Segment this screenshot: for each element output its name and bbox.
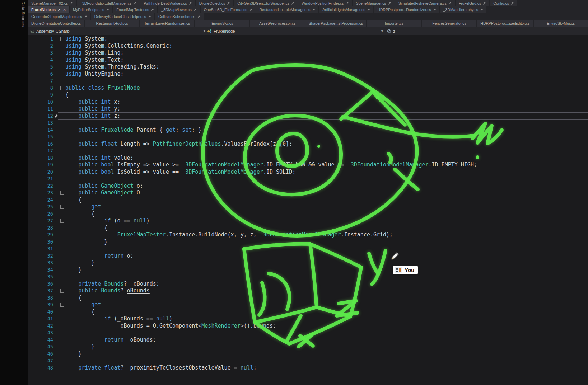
code-line-1[interactable]: 1-using System; bbox=[28, 36, 588, 43]
code-line-39[interactable]: 39- get bbox=[28, 301, 588, 309]
code-line-36[interactable]: 36 private Bounds? _oBounds; bbox=[28, 281, 588, 288]
file-tab-envirosky-cs[interactable]: EnviroSky.cs bbox=[195, 20, 249, 27]
file-tab--3dfoundatio-delmanager-cs[interactable]: _3DFoundatio...delManager.cs bbox=[77, 0, 140, 6]
code-line-17[interactable]: 17 bbox=[28, 147, 588, 155]
file-tab-config-cs[interactable]: Config.cs bbox=[490, 0, 517, 6]
code-line-44[interactable]: 44 return _oBounds; bbox=[28, 337, 588, 344]
code-line-5[interactable]: 5using System.Threading.Tasks; bbox=[28, 64, 588, 71]
file-tab-terrainlayerrandomizer-cs[interactable]: TerrainLayerRandomizer.cs bbox=[140, 20, 195, 27]
fold-toggle[interactable]: - bbox=[56, 36, 65, 43]
file-tab-restauranthook-cs[interactable]: RestaurantHook.cs bbox=[85, 20, 139, 27]
file-tab-scenemanager-02-cs[interactable]: SceneManager_02.cs bbox=[28, 0, 76, 6]
code-line-13[interactable]: 13 bbox=[28, 119, 588, 127]
code-line-23[interactable]: 23- public GameObject O bbox=[28, 189, 588, 197]
code-line-35[interactable]: 35 bbox=[28, 273, 588, 281]
code-line-14[interactable]: 14 public FruxelNode Parent { get; set; … bbox=[28, 127, 588, 134]
code-line-20[interactable]: 20 public bool IsSolid => value == _3DFo… bbox=[28, 169, 588, 176]
code-line-46[interactable]: 46 } bbox=[28, 351, 588, 358]
file-tab-onesec3d-fileformat-cs[interactable]: OneSec3D_FileFormat.cs bbox=[201, 6, 256, 13]
file-tab-fruxelmaptester-cs[interactable]: FruxelMapTester.cs bbox=[113, 6, 157, 13]
code-line-3[interactable]: 3using System.Linq; bbox=[28, 50, 588, 57]
tab-label: MyEditorScripts.cs bbox=[73, 8, 104, 12]
file-tab-fruxelnode-cs[interactable]: FruxelNode.cs× bbox=[28, 6, 69, 13]
code-line-43[interactable]: 43 bbox=[28, 329, 588, 337]
file-tab-enviroskymgr-cs[interactable]: EnviroSkyMgr.cs bbox=[534, 20, 588, 27]
fold-toggle[interactable]: - bbox=[56, 287, 65, 295]
chevron-down-icon[interactable]: ▼ bbox=[203, 27, 206, 35]
code-editor[interactable]: 1-using System;2using System.Collections… bbox=[28, 35, 588, 385]
class-icon bbox=[207, 29, 212, 33]
code-line-42[interactable]: 42 _oBounds = O.GetComponent<MeshRendere… bbox=[28, 323, 588, 330]
file-tab-pathfinderdepthvalues-cs[interactable]: PathfinderDepthValues.cs bbox=[140, 0, 195, 6]
file-tab-generator2exportmaptools-cs[interactable]: Generator2ExportMapTools.cs bbox=[28, 13, 90, 20]
code-line-27[interactable]: 27- if (o == null) bbox=[28, 217, 588, 225]
code-line-19[interactable]: 19 public bool IsEmpty => value >= _3DFo… bbox=[28, 161, 588, 169]
code-line-18[interactable]: 18 public int value; bbox=[28, 155, 588, 162]
file-tab-shaderpackage-stprocessor-cs[interactable]: ShaderPackage...stProcessor.cs bbox=[305, 20, 367, 27]
file-tab-artificiallightsmanager-cs[interactable]: ArtificialLightsManager.cs bbox=[319, 6, 373, 13]
code-line-6[interactable]: 6using UnityEngine; bbox=[28, 71, 588, 78]
type-dropdown[interactable]: FruxelNode bbox=[207, 27, 235, 35]
code-line-16[interactable]: 16 public float Length => PathfinderDept… bbox=[28, 141, 588, 148]
code-line-41[interactable]: 41 if (_oBounds == null) bbox=[28, 315, 588, 323]
line-number: 25 bbox=[28, 203, 56, 211]
file-tab-hdrppostproc-randomizer-cs[interactable]: HDRPPostproc...Randomizer.cs bbox=[374, 6, 439, 13]
file-tab-assetpreprocessor-cs[interactable]: AssetPreprocessor.cs bbox=[250, 20, 305, 27]
tab-label: EnviroSky.cs bbox=[211, 21, 233, 25]
code-line-24[interactable]: 24 { bbox=[28, 197, 588, 204]
code-line-31[interactable]: 31 bbox=[28, 245, 588, 253]
code-line-26[interactable]: 26 { bbox=[28, 211, 588, 218]
code-line-45[interactable]: 45 } bbox=[28, 343, 588, 351]
file-tab-simulatedfisheyecamera-cs[interactable]: SimulatedFisheyeCamera.cs bbox=[395, 0, 455, 6]
code-line-22[interactable]: 22 public GameObject o; bbox=[28, 183, 588, 190]
project-dropdown[interactable]: Assembly-CSharp bbox=[30, 27, 70, 35]
file-tab-myeditorscripts-cs[interactable]: MyEditorScripts.cs bbox=[70, 6, 112, 13]
file-tab-windowpositionfinder-cs[interactable]: WindowPositionFinder.cs bbox=[298, 0, 352, 6]
file-tab-citygen3dgen-torwrapper-cs[interactable]: CityGen3DGen...torWrapper.cs bbox=[234, 0, 298, 6]
code-line-48[interactable]: 48 private float? _proximityToClosestObs… bbox=[28, 365, 588, 372]
tab-label: DroneOrientationController.cs bbox=[31, 21, 81, 25]
code-line-28[interactable]: 28 { bbox=[28, 225, 588, 232]
code-line-2[interactable]: 2using System.Collections.Generic; bbox=[28, 43, 588, 50]
file-tab-scenemanager-cs[interactable]: SceneManager.cs bbox=[353, 0, 395, 6]
fold-toggle[interactable]: - bbox=[56, 203, 65, 211]
code-line-29[interactable]: 29 FruxelMapTester.Instance.BuildNode(x,… bbox=[28, 231, 588, 239]
file-tab-droneobject-cs[interactable]: DroneObject.cs bbox=[196, 0, 233, 6]
code-line-30[interactable]: 30 } bbox=[28, 239, 588, 246]
code-line-7[interactable]: 7 bbox=[28, 78, 588, 85]
code-line-33[interactable]: 33 } bbox=[28, 259, 588, 267]
fold-toggle[interactable]: - bbox=[56, 85, 65, 92]
close-icon[interactable]: × bbox=[63, 8, 66, 12]
file-tab-fencesgenerator-cs[interactable]: FencesGenerator.cs bbox=[422, 20, 477, 27]
file-tab-deliverysurfaceclasshelper-cs[interactable]: DeliverySurfaceClassHelper.cs bbox=[91, 13, 154, 20]
member-dropdown[interactable]: z bbox=[387, 27, 395, 35]
code-line-34[interactable]: 34 } bbox=[28, 267, 588, 274]
code-line-32[interactable]: 32 return o; bbox=[28, 253, 588, 260]
code-line-9[interactable]: 9{ bbox=[28, 91, 588, 99]
data-sources-tab[interactable]: Data Sources bbox=[21, 1, 25, 27]
chevron-down-icon[interactable]: ▼ bbox=[381, 27, 384, 35]
code-line-4[interactable]: 4using System.Text; bbox=[28, 57, 588, 64]
file-tab-hdrppostproc-izereditor-cs[interactable]: HDRPPostproc...izerEditor.cs bbox=[477, 20, 533, 27]
code-line-11[interactable]: 11 public int y; bbox=[28, 105, 588, 113]
code-line-21[interactable]: 21 bbox=[28, 175, 588, 183]
code-line-38[interactable]: 38 { bbox=[28, 295, 588, 302]
file-tab-collisionsubscriber-cs[interactable]: CollisionSubscriber.cs bbox=[155, 13, 204, 20]
code-line-15[interactable]: 15 bbox=[28, 133, 588, 141]
fold-toggle[interactable]: - bbox=[56, 217, 65, 225]
file-tab-restaurantho-plemanager-cs[interactable]: RestaurantHo...pleManager.cs bbox=[256, 6, 319, 13]
file-tab-droneorientationcontroller-cs[interactable]: DroneOrientationController.cs bbox=[28, 20, 84, 27]
code-line-10[interactable]: 10 public int x; bbox=[28, 99, 588, 106]
file-tab--3dmaphierarchy-cs[interactable]: _3DMapHierarchy.cs bbox=[440, 6, 486, 13]
file-tab-fruxelgrid-cs[interactable]: FruxelGrid.cs bbox=[456, 0, 489, 6]
file-tab--3dmapviewer-cs[interactable]: _3DMapViewer.cs bbox=[158, 6, 200, 13]
code-line-12[interactable]: 12 public int z; bbox=[28, 113, 588, 120]
fold-toggle[interactable]: - bbox=[56, 189, 65, 197]
code-line-37[interactable]: 37- public Bounds? oBounds bbox=[28, 287, 588, 295]
code-line-8[interactable]: 8-public class FruxelNode bbox=[28, 85, 588, 92]
code-line-47[interactable]: 47 bbox=[28, 357, 588, 365]
code-line-25[interactable]: 25- get bbox=[28, 203, 588, 211]
file-tab-importer-cs[interactable]: Importer.cs bbox=[367, 20, 421, 27]
fold-toggle[interactable]: - bbox=[56, 301, 65, 309]
code-line-40[interactable]: 40 { bbox=[28, 309, 588, 316]
